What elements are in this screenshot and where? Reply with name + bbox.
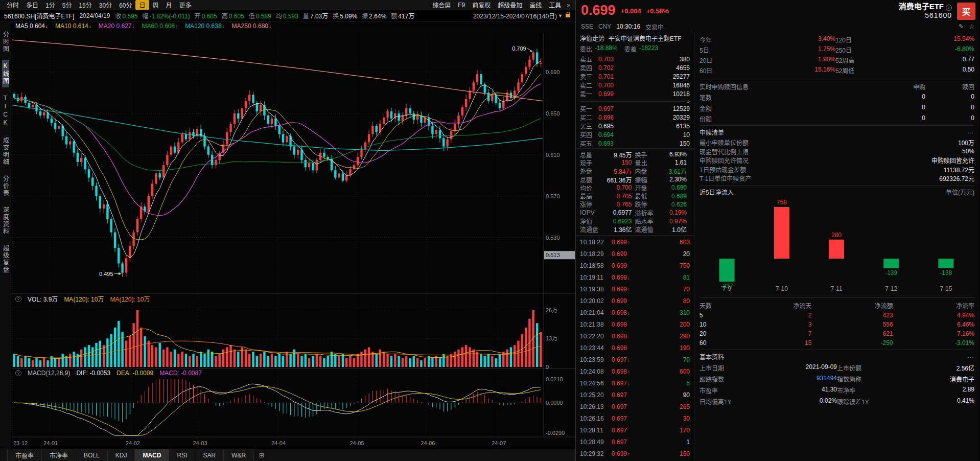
svg-text:280: 280 — [831, 231, 842, 238]
indicator-tab-KDJ[interactable]: KDJ — [108, 449, 135, 461]
tick-row: 10:28:490.6971 — [580, 439, 690, 446]
basic-label: 跟踪指数 — [699, 375, 743, 383]
menu-item-月[interactable]: 月 — [162, 0, 176, 10]
indicator-tab-MACD[interactable]: MACD — [135, 449, 169, 461]
field-value: 0.595 — [122, 13, 137, 20]
book-row[interactable]: 买一0.69712529 — [580, 104, 690, 113]
menu-item-30分[interactable]: 30分 — [96, 0, 115, 10]
book-row[interactable]: 买二0.69620329 — [580, 113, 690, 122]
menu-item-工具[interactable]: 工具 — [545, 0, 565, 10]
star-icon[interactable]: ☆ — [969, 23, 974, 30]
book-row[interactable]: 卖三0.70125277 — [580, 72, 690, 81]
stat-label: 均价 — [580, 183, 605, 192]
book-row[interactable]: 买五0.693150 — [580, 139, 690, 148]
menu-item-更多[interactable]: 更多 — [176, 0, 195, 10]
help-icon[interactable]: ? — [15, 370, 21, 376]
help-icon[interactable]: ? — [15, 296, 21, 302]
menu-item-1分[interactable]: 1分 — [42, 0, 59, 10]
indicator-tab-市净率[interactable]: 市净率 — [42, 449, 76, 461]
menu-item-15分[interactable]: 15分 — [75, 0, 95, 10]
book-expand-icon[interactable]: » — [687, 99, 690, 104]
realtime-section: 实时申购赎回信息申购赎回笔数00金额00份额00 — [699, 80, 974, 123]
tick-time: 10:20:02 — [580, 297, 612, 305]
indicator-tab-BOLL[interactable]: BOLL — [76, 449, 108, 461]
flow-net-rate: 6.46% — [893, 321, 974, 328]
book-price: 0.694 — [598, 131, 628, 139]
book-level-label: 卖三 — [580, 72, 598, 81]
range-dropdown-icon[interactable]: ▼ — [558, 13, 563, 18]
more-icon[interactable]: … — [967, 352, 974, 361]
svg-text:7-12: 7-12 — [885, 285, 897, 292]
book-row[interactable]: 卖四0.7024655 — [580, 63, 690, 72]
menu-item-前复权[interactable]: 前复权 — [469, 0, 494, 10]
indicator-tab-SAR[interactable]: SAR — [195, 449, 224, 461]
edit-icon[interactable]: ✎ — [959, 23, 964, 30]
menu-item-多日[interactable]: 多日 — [22, 0, 42, 10]
book-row[interactable]: 买四0.69410 — [580, 130, 690, 139]
stat-label: 振幅 — [635, 175, 661, 184]
svg-text:0.530: 0.530 — [546, 235, 560, 241]
realtime-value: 0 — [925, 104, 974, 112]
indicator-tab-W&R[interactable]: W&R — [224, 449, 254, 461]
sidebar-item-K线图[interactable]: K线图 — [2, 60, 9, 87]
buy-button[interactable]: 买 — [957, 3, 975, 20]
period-menubar: 分时多日1分5分15分30分60分日周月更多 综合屏F9前复权超级叠加画线工具 … — [0, 0, 575, 10]
menu-item-综合屏[interactable]: 综合屏 — [429, 0, 454, 10]
last-price: 0.699 — [581, 3, 616, 18]
tick-price: 0.697 — [612, 439, 641, 446]
book-row[interactable]: 卖五0.703380 — [580, 55, 690, 63]
nav-tab[interactable]: 净值走势 — [580, 34, 604, 42]
time-sales-list[interactable]: 10:18:220.699↑60310:18:290.6992010:18:58… — [576, 236, 694, 461]
stat-label: 跌停 — [635, 200, 661, 209]
book-volume: 10218 — [628, 90, 690, 98]
row-value: 692326.72元 — [939, 174, 974, 182]
indicator-tab-市盈率[interactable]: 市盈率 — [7, 449, 42, 461]
trading-status: 交易中 — [645, 22, 664, 31]
tick-row: 10:21:380.698200 — [580, 321, 690, 328]
svg-text:7-10: 7-10 — [776, 285, 788, 292]
kline-chart[interactable]: 0.6900.6500.6100.5700.5300.5130.7090.495… — [11, 21, 575, 449]
stat-item: 外盘5.84万 — [580, 167, 635, 175]
menu-item-画线[interactable]: 画线 — [526, 0, 545, 10]
lock-icon[interactable] — [566, 14, 570, 17]
menu-item-周[interactable]: 周 — [149, 0, 162, 10]
add-indicator-icon[interactable]: ⊞ — [254, 449, 269, 461]
sidebar-item-分价表[interactable]: 分价表 — [2, 173, 9, 199]
menu-item-分时[interactable]: 分时 — [3, 0, 22, 10]
date-range-label[interactable]: 2023/12/15-2024/07/16(140日) — [473, 11, 557, 20]
menu-item-超级叠加[interactable]: 超级叠加 — [494, 0, 526, 10]
more-icon[interactable]: … — [967, 128, 974, 136]
tick-price: 0.698↑ — [612, 368, 641, 375]
svg-text:24-04: 24-04 — [271, 440, 286, 446]
sidebar-item-分时图[interactable]: 分时图 — [2, 29, 9, 55]
book-row[interactable]: 卖二0.70016846 — [580, 81, 690, 89]
menu-expand-icon[interactable]: » — [565, 2, 572, 9]
tick-price: 0.697↓ — [612, 380, 641, 387]
sidebar-item-成交明细[interactable]: 成交明细 — [2, 134, 9, 168]
menu-item-5分[interactable]: 5分 — [59, 0, 76, 10]
perf-value: -6.80% — [871, 45, 974, 54]
svg-text:-138: -138 — [940, 269, 952, 276]
tick-row: 10:26:160.69730 — [580, 415, 690, 422]
basic-value[interactable]: 931494 — [743, 375, 837, 383]
row-value: 11138.72元 — [944, 165, 974, 174]
book-row[interactable]: 卖一0.69910218 — [580, 89, 690, 98]
book-row[interactable]: 买三0.6956135 — [580, 122, 690, 130]
stat-value: 0.6923 — [605, 218, 635, 225]
chart-area: MA5 0.604↓MA10 0.614↓MA20 0.627↓MA60 0.6… — [11, 21, 575, 449]
book-price: 0.699 — [598, 90, 628, 98]
order-book-column: 净值走势 平安中证消费电子主题ETF 委比 -18.88% 委差 -18223 … — [576, 32, 694, 461]
stat-label: 开盘 — [635, 183, 661, 192]
menu-item-F9[interactable]: F9 — [454, 1, 469, 9]
menu-item-日[interactable]: 日 — [135, 0, 149, 10]
sidebar-item-深度资料[interactable]: 深度资料 — [2, 204, 9, 238]
stat-label: 最低 — [635, 192, 661, 200]
sidebar-item-TICK[interactable]: TICK — [2, 92, 9, 130]
stat-value: 0.626 — [661, 201, 690, 208]
section-title: 申赎清单 — [699, 128, 724, 136]
indicator-tab-RSI[interactable]: RSI — [169, 449, 195, 461]
menu-item-60分[interactable]: 60分 — [115, 0, 135, 10]
sidebar-item-超级复盘[interactable]: 超级复盘 — [2, 242, 9, 276]
info-icon[interactable]: i — [946, 5, 952, 11]
realtime-row-label: 金额 — [699, 104, 864, 112]
